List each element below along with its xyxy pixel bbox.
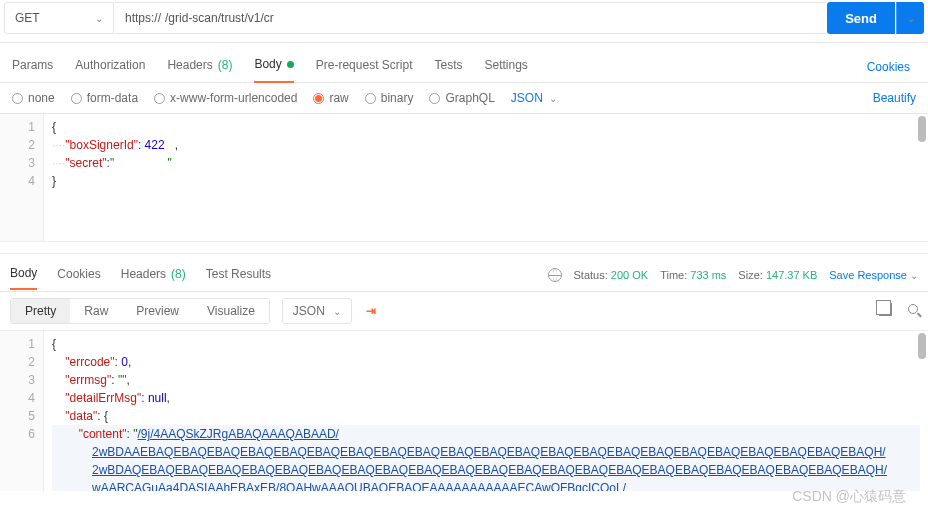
time-block: Time: 733 ms [660, 269, 726, 281]
tab-authorization[interactable]: Authorization [75, 52, 145, 82]
changed-dot-icon [287, 61, 294, 68]
chevron-down-icon: ⌄ [95, 13, 103, 24]
resp-gutter: 123456 [0, 331, 44, 491]
http-method-value: GET [15, 11, 40, 25]
tab-body-label: Body [254, 57, 281, 71]
body-type-formdata[interactable]: form-data [71, 91, 138, 105]
body-language-value: JSON [511, 91, 543, 105]
response-body-editor[interactable]: 123456 { "errcode": 0, "errmsg": "", "de… [0, 331, 928, 491]
cookies-link[interactable]: Cookies [867, 60, 910, 74]
viewmode-raw[interactable]: Raw [70, 299, 122, 323]
send-dropdown[interactable]: ⌄ [896, 2, 924, 34]
body-type-none[interactable]: none [12, 91, 55, 105]
body-type-raw[interactable]: raw [313, 91, 348, 105]
url-path: /grid-scan/trust/v1/cr [165, 11, 274, 25]
resp-tab-cookies[interactable]: Cookies [57, 261, 100, 289]
body-type-bar: none form-data x-www-form-urlencoded raw… [0, 83, 928, 114]
globe-icon[interactable] [548, 268, 562, 282]
chevron-down-icon: ⌄ [907, 13, 915, 24]
resp-tab-testresults[interactable]: Test Results [206, 261, 271, 289]
tab-body[interactable]: Body [254, 51, 293, 83]
body-type-graphql[interactable]: GraphQL [429, 91, 494, 105]
response-viewmode-bar: Pretty Raw Preview Visualize JSON ⌄ ⇥ [0, 292, 928, 331]
tab-tests[interactable]: Tests [434, 52, 462, 82]
wrap-lines-icon[interactable]: ⇥ [366, 304, 376, 318]
editor-code[interactable]: { ····"boxSignerId": 422 , ····"secret":… [44, 114, 928, 241]
tab-headers[interactable]: Headers (8) [167, 52, 232, 82]
tab-settings[interactable]: Settings [485, 52, 528, 82]
resp-headers-count: (8) [171, 267, 186, 281]
chevron-down-icon: ⌄ [549, 93, 557, 104]
request-body-editor[interactable]: 1234 { ····"boxSignerId": 422 , ····"sec… [0, 114, 928, 242]
viewmode-segmented: Pretty Raw Preview Visualize [10, 298, 270, 324]
resp-tab-headers[interactable]: Headers (8) [121, 261, 186, 289]
scrollbar[interactable] [918, 116, 926, 142]
watermark: CSDN @心猿码意 [792, 488, 906, 506]
http-method-select[interactable]: GET ⌄ [4, 2, 114, 34]
search-icon[interactable] [908, 303, 918, 319]
body-type-binary[interactable]: binary [365, 91, 414, 105]
pane-separator[interactable] [0, 242, 928, 254]
scrollbar[interactable] [918, 333, 926, 359]
viewmode-pretty[interactable]: Pretty [11, 299, 70, 323]
url-input[interactable]: https:// /grid-scan/trust/v1/cr [115, 2, 826, 34]
tab-prerequest[interactable]: Pre-request Script [316, 52, 413, 82]
beautify-link[interactable]: Beautify [873, 91, 916, 105]
size-block: Size: 147.37 KB [738, 269, 817, 281]
status-block: Status: 200 OK [574, 269, 649, 281]
request-tabs: Params Authorization Headers (8) Body Pr… [0, 43, 928, 83]
save-response[interactable]: Save Response ⌄ [829, 269, 918, 281]
resp-tab-body[interactable]: Body [10, 260, 37, 290]
resp-code[interactable]: { "errcode": 0, "errmsg": "", "detailErr… [44, 331, 928, 491]
body-language-select[interactable]: JSON ⌄ [511, 91, 557, 105]
chevron-down-icon: ⌄ [333, 306, 341, 317]
send-button[interactable]: Send [827, 2, 895, 34]
headers-count: (8) [218, 58, 233, 72]
editor-gutter: 1234 [0, 114, 44, 241]
tab-headers-label: Headers [167, 58, 212, 72]
body-type-urlencoded[interactable]: x-www-form-urlencoded [154, 91, 297, 105]
response-tabs: Body Cookies Headers (8) Test Results St… [0, 254, 928, 292]
copy-icon[interactable] [879, 303, 892, 319]
viewmode-preview[interactable]: Preview [122, 299, 193, 323]
response-language-select[interactable]: JSON ⌄ [282, 298, 352, 324]
viewmode-visualize[interactable]: Visualize [193, 299, 269, 323]
url-scheme: https:// [125, 11, 161, 25]
chevron-down-icon: ⌄ [910, 270, 918, 281]
tab-params[interactable]: Params [12, 52, 53, 82]
